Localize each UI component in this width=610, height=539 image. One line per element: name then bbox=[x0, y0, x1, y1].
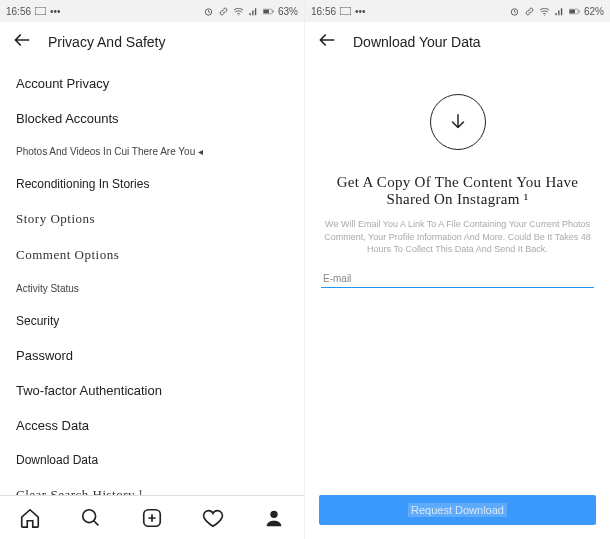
svg-point-2 bbox=[238, 14, 239, 15]
heart-icon bbox=[202, 507, 224, 529]
svg-point-11 bbox=[544, 14, 545, 15]
battery-icon bbox=[569, 6, 580, 17]
bottom-nav bbox=[0, 495, 304, 539]
wifi-icon bbox=[539, 6, 550, 17]
svg-rect-5 bbox=[273, 10, 274, 12]
item-comment-options[interactable]: Comment Options bbox=[0, 237, 304, 273]
arrow-down-icon bbox=[447, 111, 469, 133]
back-button[interactable] bbox=[317, 30, 337, 54]
plus-square-icon bbox=[141, 507, 163, 529]
request-download-button[interactable]: Request Download bbox=[319, 495, 596, 525]
sim-icon bbox=[35, 7, 46, 15]
item-download-data[interactable]: Download Data bbox=[0, 443, 304, 477]
item-password[interactable]: Password bbox=[0, 338, 304, 373]
signal-icon bbox=[554, 6, 565, 17]
arrow-left-icon bbox=[12, 30, 32, 50]
email-input[interactable]: E-mail bbox=[321, 270, 594, 288]
status-time: 16:56 bbox=[311, 6, 336, 17]
back-button[interactable] bbox=[12, 30, 32, 54]
nav-activity[interactable] bbox=[201, 506, 225, 530]
link-icon bbox=[524, 6, 535, 17]
status-bar: 16:56 ••• 63% bbox=[0, 0, 304, 22]
nav-home[interactable] bbox=[18, 506, 42, 530]
item-account-privacy[interactable]: Account Privacy bbox=[0, 66, 304, 101]
download-content: Get A Copy Of The Content You Have Share… bbox=[305, 62, 610, 288]
item-reconditioning[interactable]: Reconditioning In Stories bbox=[0, 167, 304, 201]
item-security[interactable]: Security bbox=[0, 304, 304, 338]
item-photos-videos[interactable]: Photos And Videos In Cui There Are You ◂ bbox=[0, 136, 304, 167]
svg-rect-13 bbox=[569, 9, 575, 13]
search-icon bbox=[80, 507, 102, 529]
arrow-left-icon bbox=[317, 30, 337, 50]
app-header: Download Your Data bbox=[305, 22, 610, 62]
profile-icon bbox=[263, 507, 285, 529]
battery-icon bbox=[263, 6, 274, 17]
nav-search[interactable] bbox=[79, 506, 103, 530]
battery-percent: 62% bbox=[584, 6, 604, 17]
signal-icon bbox=[248, 6, 259, 17]
status-time: 16:56 bbox=[6, 6, 31, 17]
more-icon: ••• bbox=[50, 6, 61, 17]
svg-rect-0 bbox=[35, 7, 46, 15]
status-bar: 16:56 ••• 62% bbox=[305, 0, 610, 22]
svg-point-8 bbox=[270, 510, 277, 517]
sim-icon bbox=[340, 7, 351, 15]
svg-point-6 bbox=[83, 509, 96, 522]
alarm-icon bbox=[203, 6, 214, 17]
item-two-factor[interactable]: Two-factor Authentication bbox=[0, 373, 304, 408]
download-description: We Will Email You A Link To A File Conta… bbox=[319, 218, 596, 256]
item-story-options[interactable]: Story Options bbox=[0, 201, 304, 237]
download-data-screen: 16:56 ••• 62% Download Your Data Get A C… bbox=[305, 0, 610, 539]
item-access-data[interactable]: Access Data bbox=[0, 408, 304, 443]
nav-add[interactable] bbox=[140, 506, 164, 530]
item-activity-status[interactable]: Activity Status bbox=[0, 273, 304, 304]
app-header: Privacy And Safety bbox=[0, 22, 304, 62]
more-icon: ••• bbox=[355, 6, 366, 17]
wifi-icon bbox=[233, 6, 244, 17]
page-title: Privacy And Safety bbox=[48, 34, 166, 50]
request-download-label: Request Download bbox=[408, 503, 507, 517]
link-icon bbox=[218, 6, 229, 17]
svg-rect-14 bbox=[579, 10, 580, 12]
battery-percent: 63% bbox=[278, 6, 298, 17]
item-blocked-accounts[interactable]: Blocked Accounts bbox=[0, 101, 304, 136]
download-title: Get A Copy Of The Content You Have Share… bbox=[319, 174, 596, 208]
settings-list: Account Privacy Blocked Accounts Photos … bbox=[0, 62, 304, 517]
alarm-icon bbox=[509, 6, 520, 17]
home-icon bbox=[19, 507, 41, 529]
privacy-settings-screen: 16:56 ••• 63% Privacy And Safety Account… bbox=[0, 0, 305, 539]
nav-profile[interactable] bbox=[262, 506, 286, 530]
svg-rect-4 bbox=[263, 9, 269, 13]
download-circle-icon bbox=[430, 94, 486, 150]
svg-rect-9 bbox=[340, 7, 351, 15]
page-title: Download Your Data bbox=[353, 34, 481, 50]
